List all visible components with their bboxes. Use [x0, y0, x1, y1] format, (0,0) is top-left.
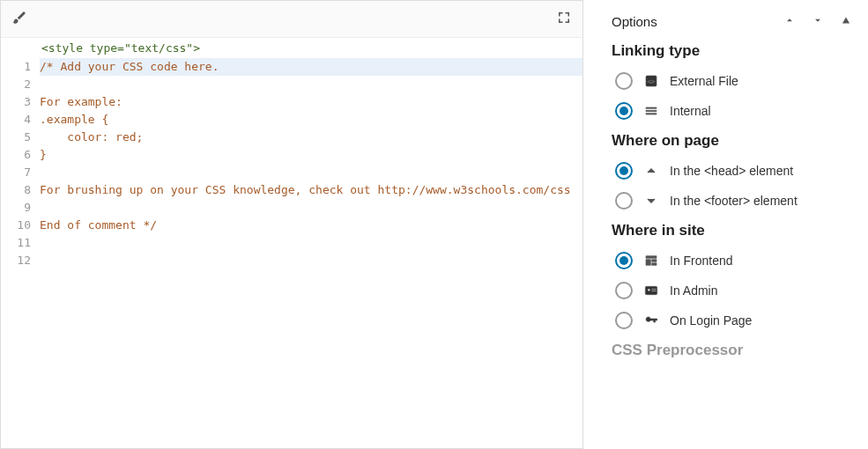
key-icon: [643, 313, 659, 328]
line-gutter: 123456789101112: [1, 58, 36, 448]
section-where-in-site-title: Where in site: [612, 222, 852, 239]
chevron-down-icon: [643, 193, 659, 209]
option-in-frontend[interactable]: In Frontend: [615, 252, 852, 269]
option-label: In the <head> element: [670, 164, 793, 178]
editor-toolbar: [1, 1, 582, 38]
editor-panel: <style type="text/css"> 123456789101112 …: [0, 0, 583, 449]
editor-body: <style type="text/css"> 123456789101112 …: [1, 38, 582, 448]
radio-admin[interactable]: [615, 282, 633, 299]
option-on-login-page[interactable]: On Login Page: [615, 312, 852, 329]
option-head-element[interactable]: In the <head> element: [615, 162, 852, 180]
radio-footer[interactable]: [615, 192, 633, 210]
svg-text:<>: <>: [648, 77, 656, 85]
svg-point-3: [648, 289, 650, 291]
chevron-up-icon[interactable]: [783, 14, 796, 29]
option-label: In Admin: [670, 283, 717, 298]
section-css-preprocessor-title: CSS Preprocessor: [612, 342, 852, 359]
svg-rect-4: [652, 289, 657, 290]
chevron-up-icon: [643, 163, 659, 179]
option-label: External File: [670, 74, 738, 88]
layout-icon: [643, 253, 659, 269]
style-tag-label: <style type="text/css">: [1, 38, 582, 58]
fullscreen-icon[interactable]: [556, 10, 572, 28]
id-card-icon: [643, 283, 659, 298]
triangle-up-icon[interactable]: [840, 14, 852, 29]
code-area[interactable]: 123456789101112 /* Add your CSS code her…: [1, 58, 582, 448]
radio-internal[interactable]: [615, 102, 633, 120]
options-nav: [783, 14, 852, 29]
radio-external-file[interactable]: [615, 72, 633, 90]
option-internal[interactable]: Internal: [615, 102, 852, 120]
radio-frontend[interactable]: [615, 252, 633, 269]
options-title: Options: [612, 14, 657, 29]
chevron-down-icon[interactable]: [812, 14, 824, 29]
svg-rect-5: [652, 291, 657, 291]
code-file-icon: <>: [643, 73, 659, 89]
option-in-admin[interactable]: In Admin: [615, 282, 852, 299]
brush-icon[interactable]: [11, 10, 27, 28]
radio-head[interactable]: [615, 162, 633, 180]
option-external-file[interactable]: <> External File: [615, 72, 852, 90]
code-lines[interactable]: /* Add your CSS code here.For example:.e…: [36, 58, 582, 448]
options-panel: Options Linking type <> External File In…: [596, 0, 868, 449]
option-label: On Login Page: [670, 313, 752, 328]
radio-login[interactable]: [615, 312, 633, 329]
option-label: Internal: [670, 104, 711, 118]
section-linking-type-title: Linking type: [612, 42, 852, 60]
options-header: Options: [612, 9, 852, 33]
option-label: In Frontend: [670, 254, 733, 268]
lines-icon: [643, 103, 659, 119]
option-footer-element[interactable]: In the <footer> element: [615, 192, 852, 210]
section-where-on-page-title: Where on page: [612, 132, 852, 150]
option-label: In the <footer> element: [670, 194, 798, 208]
